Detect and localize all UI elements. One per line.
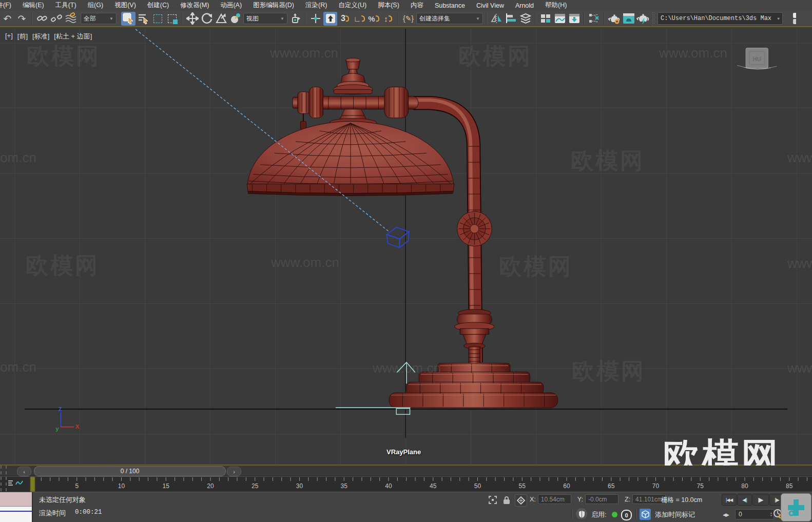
window-crossing-toggle-icon[interactable]: [166, 12, 179, 25]
snap-here-icon[interactable]: [309, 12, 322, 25]
spinner-snap-icon[interactable]: ↕: [382, 12, 395, 25]
axis-tripod: Z X y: [55, 406, 80, 432]
svg-text:45: 45: [430, 482, 437, 490]
menu-item-15[interactable]: Arnold: [510, 2, 539, 9]
object-name-label: VRayPlane: [386, 448, 421, 456]
grid-size-readout: 栅格 = 10.0cm: [661, 496, 702, 505]
menu-item-14[interactable]: Civil View: [471, 2, 510, 9]
scene-converter-icon[interactable]: [588, 12, 601, 25]
adaptive-degradation-toggle[interactable]: [576, 508, 587, 519]
schematic-view-icon[interactable]: [568, 12, 581, 25]
align-icon[interactable]: [505, 12, 517, 25]
viewport-menu-shading[interactable]: [粘土 + 边面]: [54, 32, 92, 41]
select-object-button[interactable]: [121, 12, 136, 26]
menu-item-13[interactable]: Substance: [429, 2, 471, 9]
percent-snap-icon[interactable]: %: [368, 12, 380, 25]
select-and-link-icon[interactable]: [35, 12, 48, 25]
project-folder-dropdown[interactable]: C:\Users\Han\Documents\3ds Max 2022 ▼: [658, 12, 783, 25]
y-field[interactable]: -0.0cm: [585, 494, 618, 504]
toggle-ribbon-icon[interactable]: [539, 12, 552, 25]
select-and-place-icon[interactable]: [229, 12, 242, 25]
select-and-move-icon[interactable]: [186, 12, 199, 25]
mini-curve-editor-button[interactable]: [8, 479, 24, 487]
menu-item-1[interactable]: 编辑(E): [17, 1, 50, 10]
edit-named-selection-sets-icon[interactable]: {✎}: [402, 12, 415, 25]
key-mode-toggle[interactable]: ◀▶: [721, 510, 731, 520]
absolute-transform-typein-toggle[interactable]: [515, 494, 527, 507]
isolate-cube-button[interactable]: [640, 509, 651, 520]
selection-lock-toggle[interactable]: [501, 495, 512, 505]
curve-editor-icon[interactable]: [553, 12, 566, 25]
viewport-menu-pov[interactable]: [前]: [17, 32, 28, 41]
separator: [635, 509, 636, 518]
macro-recorder-pane[interactable]: [0, 492, 32, 507]
previous-frame-button[interactable]: ‹: [17, 467, 31, 476]
menu-item-8[interactable]: 图形编辑器(D): [247, 1, 300, 10]
angle-snap-icon[interactable]: ∟: [353, 12, 366, 25]
svg-text:10: 10: [118, 482, 125, 490]
selection-filter-value: 全部: [84, 14, 106, 23]
rectangular-selection-region-icon[interactable]: [151, 12, 164, 25]
status-prompt: 未选定任何对象: [39, 495, 86, 505]
time-slider-handle[interactable]: 0 / 100: [34, 466, 226, 476]
zero-count-badge[interactable]: 0: [621, 510, 632, 520]
menu-item-10[interactable]: 自定义(U): [333, 1, 372, 10]
undo-icon[interactable]: ↶: [1, 12, 14, 25]
menu-item-2[interactable]: 工具(T): [50, 1, 82, 10]
render-production-icon[interactable]: [636, 12, 649, 25]
separator: [571, 509, 572, 518]
svg-text:80: 80: [741, 482, 748, 490]
menu-item-12[interactable]: 内容: [405, 1, 429, 10]
named-selection-sets-dropdown[interactable]: 创建选择集 ▼: [416, 13, 483, 24]
render-setup-icon[interactable]: [608, 12, 621, 25]
menu-item-7[interactable]: 动画(A): [215, 1, 247, 10]
redo-icon[interactable]: ↷: [15, 12, 28, 25]
toolbar-separator: [604, 12, 605, 25]
snaps-toggle-button[interactable]: [323, 12, 337, 26]
add-time-tag[interactable]: 添加时间标记: [655, 510, 695, 519]
svg-text:X: X: [75, 423, 80, 430]
menu-item-6[interactable]: 修改器(M): [175, 1, 215, 10]
bind-to-space-warp-icon[interactable]: [64, 12, 77, 25]
snap-3d-icon[interactable]: 3: [339, 12, 352, 25]
select-and-scale-icon[interactable]: [215, 12, 227, 25]
timeline-splitter-handle[interactable]: [1, 466, 7, 491]
next-frame-button[interactable]: ›: [227, 467, 241, 476]
add-key-big-button[interactable]: [781, 493, 811, 521]
play-button[interactable]: ▶: [752, 494, 769, 506]
select-by-name-icon[interactable]: [137, 12, 150, 25]
select-and-rotate-icon[interactable]: [200, 12, 213, 25]
svg-text:y: y: [55, 426, 59, 432]
isolate-selection-toggle[interactable]: [488, 495, 498, 505]
unlink-selection-icon[interactable]: [50, 12, 63, 25]
y-label: Y:: [577, 496, 583, 503]
viewport-menu-general[interactable]: [+]: [5, 32, 13, 41]
frame-spinner[interactable]: ▲▼: [770, 510, 772, 519]
timeline-playhead[interactable]: [30, 477, 35, 492]
front-viewport[interactable]: [+] [前] [标准] [粘土 + 边面]: [0, 28, 812, 465]
menu-item-11[interactable]: 脚本(S): [372, 1, 405, 10]
rendered-frame-window-icon[interactable]: [622, 12, 635, 25]
hu-box-object[interactable]: HU: [737, 48, 777, 70]
viewport-label: [+] [前] [标准] [粘土 + 边面]: [5, 32, 92, 41]
x-field[interactable]: 10.54cm: [538, 494, 571, 504]
use-pivot-point-icon[interactable]: [289, 12, 302, 25]
layer-manager-icon[interactable]: [519, 12, 532, 25]
viewport-menu-renderer[interactable]: [标准]: [32, 32, 49, 41]
menu-item-4[interactable]: 视图(V): [109, 1, 142, 10]
svg-text:Z: Z: [59, 406, 62, 412]
menu-item-16[interactable]: 帮助(H): [539, 1, 572, 10]
menu-item-3[interactable]: 组(G): [82, 1, 109, 10]
lamp-model[interactable]: [247, 58, 558, 408]
reference-coordinate-dropdown[interactable]: 视图 ▼: [243, 13, 287, 24]
menu-item-5[interactable]: 创建(C): [142, 1, 175, 10]
track-bar[interactable]: 0510152025303540455055606570758085: [0, 476, 812, 492]
menu-item-0[interactable]: 文件(F): [0, 1, 17, 10]
current-frame-field[interactable]: 0 ▲▼: [735, 509, 774, 519]
go-to-start-button[interactable]: |◀◀: [722, 494, 737, 506]
previous-frame-playback-button[interactable]: ◀||: [737, 494, 752, 506]
menu-item-9[interactable]: 渲染(R): [300, 1, 333, 10]
toolbar-drag-handle[interactable]: [652, 12, 655, 25]
mirror-icon[interactable]: [490, 12, 503, 25]
selection-filter-dropdown[interactable]: 全部 ▼: [81, 13, 117, 24]
